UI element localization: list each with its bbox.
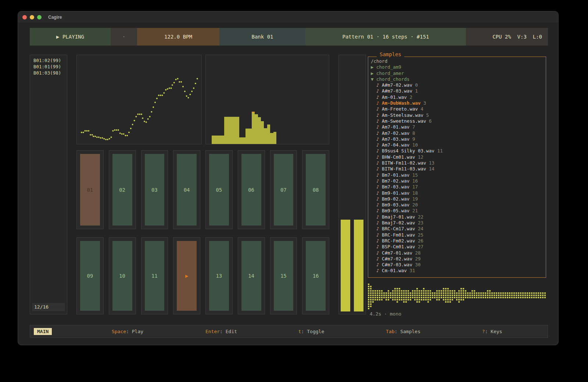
note-icon: ♪	[376, 100, 379, 106]
tree-file[interactable]: ♪ Am-Steelsaw.wav 5	[371, 112, 543, 118]
waveform-dot	[401, 292, 402, 294]
tree-file[interactable]: ♪ Am-Freeto.wav 4	[371, 106, 543, 112]
waveform-dot	[513, 292, 515, 294]
waveform-dot	[447, 288, 449, 289]
tree-path[interactable]: /chord	[371, 58, 543, 64]
tree-file[interactable]: ♪ Bm9-03.wav 20	[371, 202, 543, 208]
pad-label: 01	[80, 154, 100, 226]
tree-file[interactable]: ♪ Bm9-01.wav 18	[371, 190, 543, 196]
pad-14[interactable]: 14	[238, 237, 265, 314]
tree-file[interactable]: ♪ Am7-04.wav 10	[371, 142, 543, 148]
tree-file[interactable]: ♪ Cm-01.wav 31	[371, 268, 543, 274]
waveform-dot	[438, 290, 440, 292]
tree-file[interactable]: ♪ Bm9-02.wav 19	[371, 196, 543, 202]
mixer-entry: B01:01(99)	[33, 64, 64, 70]
pad-10[interactable]: 10	[109, 237, 136, 314]
pad-03[interactable]: 03	[141, 150, 168, 229]
file-name: A#m7-03.wav	[379, 88, 412, 94]
scatter-dot	[107, 139, 108, 140]
tree-file[interactable]: ♪ C#m7-03.wav 30	[371, 262, 543, 268]
tree-file[interactable]: ♪ BITW-Fm11-02.wav 13	[371, 160, 543, 166]
histogram-bar	[212, 136, 215, 144]
pad-12[interactable]: ▶	[173, 237, 200, 314]
pad-02[interactable]: 02	[109, 150, 136, 229]
file-index: 31	[407, 268, 415, 273]
file-name: Am-Steelsaw.wav	[379, 112, 423, 118]
scatter-dot	[126, 135, 128, 136]
pad-label: 05	[209, 154, 229, 226]
pad-15[interactable]: 15	[270, 237, 297, 314]
tree-file[interactable]: ♪ Bm7-01.wav 15	[371, 172, 543, 178]
pad-01[interactable]: 01	[76, 150, 104, 229]
tree-file[interactable]: ♪ Am7-02.wav 8	[371, 130, 543, 136]
pad-08[interactable]: 08	[302, 150, 329, 229]
tree-file[interactable]: ♪ B9sus4 Silky 03.wav 11	[371, 148, 543, 154]
pad-11[interactable]: 11	[141, 237, 168, 314]
tree-file[interactable]: ♪ Bm7-02.wav 16	[371, 178, 543, 184]
tree-file[interactable]: ♪ Bmaj7-02.wav 23	[371, 220, 543, 226]
waveform-dot	[463, 292, 464, 294]
pad-label: 06	[241, 154, 261, 226]
tree-file[interactable]: ♪ BRC-Fm02.wav 26	[371, 238, 543, 244]
waveform-dot	[483, 292, 484, 294]
tree-file[interactable]: ♪ Am7-01.wav 7	[371, 124, 543, 130]
indent	[371, 250, 376, 256]
pad-05[interactable]: 05	[205, 150, 233, 229]
tree-file[interactable]: ♪ A#m7-03.wav 1	[371, 88, 543, 94]
tree-file[interactable]: ♪ Bmaj7-01.wav 22	[371, 214, 543, 220]
tree-file[interactable]: ♪ Bm7-03.wav 17	[371, 184, 543, 190]
pad-09[interactable]: 09	[76, 237, 104, 314]
tree-file[interactable]: ♪ BRC-Fm01.wav 25	[371, 232, 543, 238]
pad-16[interactable]: 16	[302, 237, 329, 314]
tree-file[interactable]: ♪ C#m7-01.wav 28	[371, 250, 543, 256]
waveform-dot	[522, 292, 524, 294]
tree-file[interactable]: ♪ BHW-Cm01.wav 12	[371, 154, 543, 160]
tree-file[interactable]: ♪ Am7-03.wav 9	[371, 136, 543, 142]
waveform-dot	[405, 299, 407, 300]
indent	[371, 202, 376, 208]
tree-folder[interactable]: ▶ chord_amer	[371, 71, 543, 76]
waveform-dot	[432, 297, 433, 298]
waveform-dot	[480, 295, 482, 296]
minimize-button[interactable]	[30, 15, 34, 19]
hint-key: ?: Keys	[482, 329, 502, 334]
tree-file[interactable]: ♪ Am-01.wav 2	[371, 94, 543, 100]
tree-file[interactable]: ♪ Bm9-05.wav 21	[371, 208, 543, 214]
tree-file[interactable]: ♪ C#m7-02.wav 29	[371, 256, 543, 262]
waveform-dot	[544, 292, 546, 294]
bpm-display[interactable]: 122.0 BPM	[137, 28, 219, 46]
transport-state[interactable]: ▶ PLAYING	[30, 28, 111, 46]
pad-label: 11	[145, 241, 165, 311]
tree-file[interactable]: ♪ BSP-Cm01.wav 27	[371, 244, 543, 250]
indent	[371, 100, 376, 106]
waveform-dot	[505, 292, 506, 294]
indent	[371, 160, 376, 166]
waveform-dot	[383, 292, 385, 294]
waveform-dot	[372, 297, 374, 298]
scatter-dot	[180, 81, 182, 83]
pad-label: 09	[80, 241, 100, 311]
waveform-dot	[394, 297, 396, 298]
note-icon: ♪	[376, 160, 379, 166]
pad-13[interactable]: 13	[205, 237, 233, 314]
folder-collapsed-icon: ▶	[371, 71, 374, 76]
tree-folder[interactable]: ▶ chord_am9	[371, 64, 543, 70]
tree-file[interactable]: ♪ BITW-Fm11-03.wav 14	[371, 166, 543, 172]
pad-07[interactable]: 07	[270, 150, 297, 229]
tree-file[interactable]: ♪ BRC-Cm17.wav 24	[371, 226, 543, 232]
tree-file[interactable]: ♪ Am-Sweetness.wav 6	[371, 118, 543, 124]
maximize-button[interactable]	[37, 15, 42, 19]
tree-folder[interactable]: ▼ chord_chords	[371, 76, 543, 82]
tree-file[interactable]: ♪ A#m7-02.wav 0	[371, 82, 543, 88]
close-button[interactable]	[22, 15, 27, 19]
waveform-dot	[368, 295, 369, 296]
tree-file[interactable]: ♪ Am-DubWash.wav 3	[371, 100, 543, 106]
pattern-display[interactable]: Pattern 01 · 16 steps · #151	[305, 28, 466, 46]
pad-06[interactable]: 06	[238, 150, 265, 229]
pad-04[interactable]: 04	[173, 150, 200, 229]
waveform-dot	[403, 301, 405, 303]
note-icon: ♪	[376, 88, 379, 94]
waveform-dot	[467, 295, 469, 296]
bank-display[interactable]: Bank 01	[219, 28, 305, 46]
waveform-dot	[507, 292, 508, 294]
